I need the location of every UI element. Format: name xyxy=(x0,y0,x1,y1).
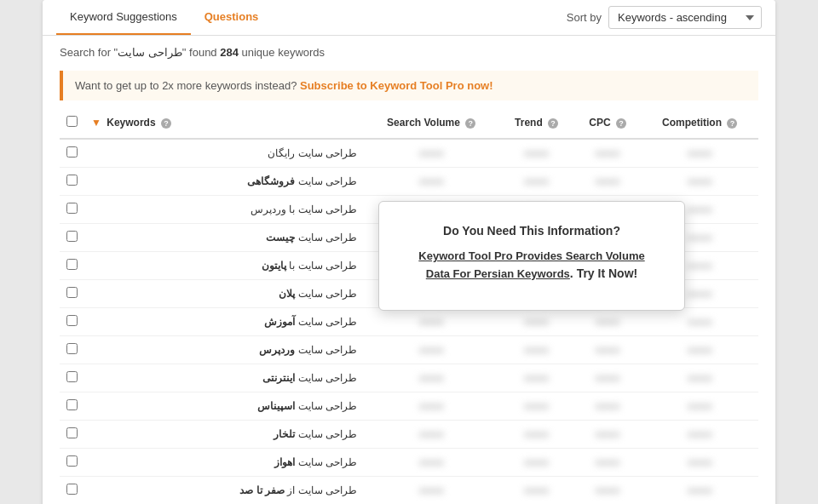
blurred-cell: ●●●● xyxy=(498,336,573,364)
keyword-cell: طراحی سایت آموزش xyxy=(84,308,364,336)
blurred-cell: ●●●● xyxy=(574,477,642,505)
col-keywords-label: Keywords xyxy=(107,117,155,129)
blurred-cell: ●●●● xyxy=(364,139,498,168)
tab-keyword-suggestions[interactable]: Keyword Suggestions xyxy=(56,0,191,35)
blurred-cell: ●●●● xyxy=(364,336,498,364)
sort-bar: Sort by Keywords - ascending xyxy=(567,6,762,29)
blurred-cell: ●●●● xyxy=(498,392,573,421)
th-search-volume: Search Volume ? xyxy=(364,107,498,139)
blurred-cell: ●●●● xyxy=(498,477,573,505)
table-row: طراحی سایت اسپیناس●●●●●●●●●●●●●●●● xyxy=(60,392,758,421)
row-checkbox[interactable] xyxy=(66,343,78,354)
col-volume-label: Search Volume xyxy=(387,117,460,129)
table-row: طراحی سایت اهواز●●●●●●●●●●●●●●●● xyxy=(60,449,758,477)
blurred-cell: ●●●● xyxy=(498,139,573,168)
keyword-cell: طراحی سایت تلخار xyxy=(84,421,364,449)
blurred-cell: ●●●● xyxy=(641,477,758,505)
keyword-tbody: طراحی سایت رایگان●●●●●●●●●●●●●●●●طراحی س… xyxy=(60,139,758,504)
blurred-cell: ●●●● xyxy=(641,308,758,336)
keyword-cell: طراحی سایت چیست xyxy=(84,224,364,252)
keyword-cell: طراحی سایت با پایتون xyxy=(84,252,364,280)
table-row: طراحی سایت وردپرس●●●●●●●●●●●●●●●● xyxy=(60,336,758,364)
table-row: طراحی سایت آموزش●●●●●●●●●●●●●●●● xyxy=(60,308,758,336)
table-wrap: ▼ Keywords ? Search Volume ? Trend ? CPC xyxy=(43,107,775,504)
banner-text: Want to get up to 2x more keywords inste… xyxy=(75,79,300,92)
blurred-cell: ●●●● xyxy=(498,364,573,392)
volume-info-icon[interactable]: ? xyxy=(465,118,475,129)
table-row: طراحی سایت تلخار●●●●●●●●●●●●●●●● xyxy=(60,421,758,449)
row-checkbox[interactable] xyxy=(66,427,78,438)
blurred-cell: ●●●● xyxy=(364,168,498,196)
row-checkbox[interactable] xyxy=(66,146,78,158)
sort-select[interactable]: Keywords - ascending xyxy=(608,6,762,29)
pro-popup: Do You Need This Information? Keyword To… xyxy=(378,201,685,311)
cpc-info-icon[interactable]: ? xyxy=(616,118,626,129)
trend-info-icon[interactable]: ? xyxy=(548,118,558,129)
popup-line2: Keyword Tool Pro Provides Search Volume … xyxy=(406,247,657,283)
keyword-cell: طراحی سایت پلان xyxy=(84,280,364,308)
row-checkbox[interactable] xyxy=(66,231,78,242)
table-row: طراحی سایت رایگان●●●●●●●●●●●●●●●● xyxy=(60,139,758,168)
blurred-cell: ●●●● xyxy=(641,392,758,421)
blurred-cell: ●●●● xyxy=(498,308,573,336)
popup-line3: . Try It Now! xyxy=(570,266,637,280)
sort-arrow-icon: ▼ xyxy=(91,117,101,129)
keywords-info-icon[interactable]: ? xyxy=(161,118,171,129)
col-cpc-label: CPC xyxy=(589,117,610,129)
blurred-cell: ●●●● xyxy=(364,449,498,477)
search-prefix: Search for " xyxy=(60,46,118,59)
blurred-cell: ●●●● xyxy=(364,392,498,421)
blurred-cell: ●●●● xyxy=(641,336,758,364)
blurred-cell: ●●●● xyxy=(498,168,573,196)
select-all-checkbox[interactable] xyxy=(66,116,78,127)
th-competition: Competition ? xyxy=(641,107,758,139)
th-cpc: CPC ? xyxy=(574,107,642,139)
blurred-cell: ●●●● xyxy=(574,392,642,421)
keyword-cell: طراحی سایت اسپیناس xyxy=(84,392,364,421)
row-checkbox[interactable] xyxy=(66,175,78,186)
competition-info-icon[interactable]: ? xyxy=(727,118,737,129)
blurred-cell: ●●●● xyxy=(364,421,498,449)
row-checkbox[interactable] xyxy=(66,399,78,410)
row-checkbox[interactable] xyxy=(66,315,78,326)
col-competition-label: Competition xyxy=(662,117,722,129)
banner-link[interactable]: Subscribe to Keyword Tool Pro now! xyxy=(300,79,493,92)
blurred-cell: ●●●● xyxy=(641,421,758,449)
search-postfix: unique keywords xyxy=(239,46,325,59)
blurred-cell: ●●●● xyxy=(364,308,498,336)
table-row: طراحی سایت فروشگاهی●●●●●●●●●●●●●●●● xyxy=(60,168,758,196)
sort-label: Sort by xyxy=(567,11,602,24)
table-row: طراحی سایت اینترنتی●●●●●●●●●●●●●●●● xyxy=(60,364,758,392)
tab-questions[interactable]: Questions xyxy=(191,0,273,35)
row-checkbox[interactable] xyxy=(66,484,78,495)
row-checkbox[interactable] xyxy=(66,455,78,467)
search-info: Search for "طراحی سایت" found 284 unique… xyxy=(43,36,775,64)
keyword-cell: طراحی سایت اینترنتی xyxy=(84,364,364,392)
row-checkbox[interactable] xyxy=(66,203,78,214)
blurred-cell: ●●●● xyxy=(364,364,498,392)
blurred-cell: ●●●● xyxy=(641,168,758,196)
blurred-cell: ●●●● xyxy=(574,168,642,196)
keyword-cell: طراحی سایت با وردپرس xyxy=(84,196,364,224)
th-keywords: ▼ Keywords ? xyxy=(84,107,364,139)
blurred-cell: ●●●● xyxy=(498,421,573,449)
keyword-cell: طراحی سایت وردپرس xyxy=(84,336,364,364)
row-checkbox[interactable] xyxy=(66,287,78,298)
search-term: طراحی سایت xyxy=(118,46,182,59)
keyword-count: 284 xyxy=(220,46,239,59)
row-checkbox[interactable] xyxy=(66,259,78,270)
keyword-cell: طراحی سایت رایگان xyxy=(84,139,364,168)
popup-line1: Do You Need This Information? xyxy=(406,222,657,240)
blurred-cell: ●●●● xyxy=(574,449,642,477)
blurred-cell: ●●●● xyxy=(574,308,642,336)
blurred-cell: ●●●● xyxy=(641,364,758,392)
blurred-cell: ●●●● xyxy=(574,336,642,364)
table-header-row: ▼ Keywords ? Search Volume ? Trend ? CPC xyxy=(60,107,758,139)
col-trend-label: Trend xyxy=(515,117,543,129)
blurred-cell: ●●●● xyxy=(641,139,758,168)
keyword-cell: طراحی سایت از صفر تا صد xyxy=(84,477,364,505)
search-suffix: " found xyxy=(182,46,220,59)
row-checkbox[interactable] xyxy=(66,371,78,382)
blurred-cell: ●●●● xyxy=(574,139,642,168)
promo-banner: Want to get up to 2x more keywords inste… xyxy=(60,71,758,100)
